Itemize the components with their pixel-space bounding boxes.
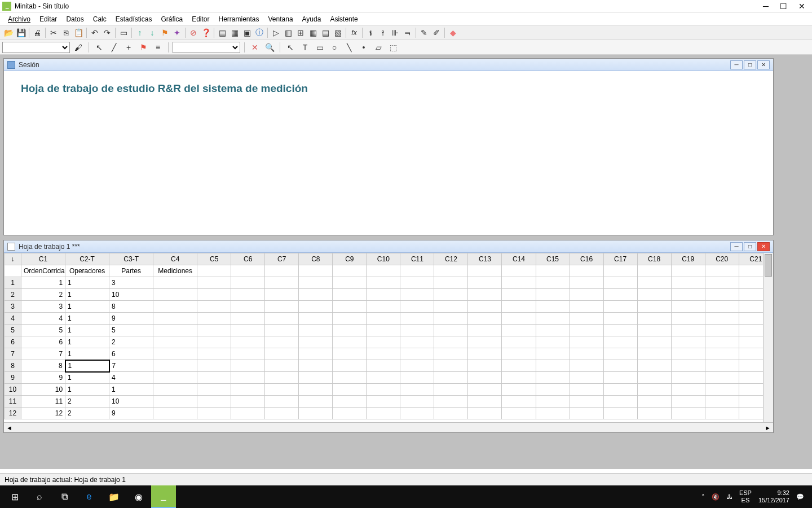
cell[interactable] bbox=[637, 372, 671, 384]
cell[interactable]: 1 bbox=[65, 360, 109, 372]
cell[interactable] bbox=[603, 277, 637, 289]
cell[interactable] bbox=[637, 289, 671, 301]
chart3-icon[interactable]: ⊪ bbox=[389, 27, 401, 39]
worksheet-window-icon[interactable]: ▦ bbox=[228, 27, 241, 39]
cell[interactable] bbox=[333, 408, 367, 419]
cell[interactable]: 10 bbox=[21, 384, 65, 396]
cell[interactable] bbox=[570, 313, 603, 325]
cell[interactable]: 8 bbox=[21, 360, 65, 372]
cell[interactable] bbox=[434, 313, 468, 325]
more-icon[interactable]: ≡ bbox=[152, 41, 164, 54]
eraser-icon[interactable]: ◆ bbox=[447, 27, 459, 39]
cell[interactable] bbox=[434, 325, 468, 336]
close-button[interactable]: ✕ bbox=[798, 2, 805, 11]
cell[interactable]: 2 bbox=[21, 289, 65, 301]
cell[interactable] bbox=[468, 408, 502, 419]
cell[interactable]: 9 bbox=[109, 408, 153, 419]
cell[interactable] bbox=[197, 277, 231, 289]
cell[interactable] bbox=[502, 372, 536, 384]
help-icon[interactable]: ❓ bbox=[200, 27, 212, 39]
tray-notifications-icon[interactable]: 💬 bbox=[796, 493, 804, 501]
cell[interactable] bbox=[153, 289, 197, 301]
cell[interactable] bbox=[468, 313, 502, 325]
cell[interactable] bbox=[400, 384, 434, 396]
cell[interactable] bbox=[671, 396, 705, 408]
chart4-icon[interactable]: ⫬ bbox=[401, 27, 414, 39]
cell[interactable] bbox=[265, 396, 299, 408]
cell[interactable] bbox=[671, 325, 705, 336]
cell[interactable] bbox=[265, 384, 299, 396]
column-name[interactable] bbox=[434, 265, 468, 277]
cell[interactable]: 1 bbox=[21, 277, 65, 289]
cell[interactable] bbox=[367, 289, 400, 301]
cell[interactable] bbox=[536, 313, 570, 325]
column-name[interactable] bbox=[400, 265, 434, 277]
column-header[interactable]: C8 bbox=[299, 253, 333, 265]
cell[interactable] bbox=[502, 396, 536, 408]
session-maximize[interactable]: □ bbox=[744, 60, 756, 69]
column-header[interactable]: C6 bbox=[231, 253, 265, 265]
cell[interactable]: 6 bbox=[21, 336, 65, 348]
column-name[interactable] bbox=[603, 265, 637, 277]
menu-herramientas[interactable]: Herramientas bbox=[214, 14, 264, 24]
cell[interactable] bbox=[671, 277, 705, 289]
cell[interactable] bbox=[231, 336, 265, 348]
column-name[interactable]: Mediciones bbox=[153, 265, 197, 277]
cell[interactable] bbox=[671, 360, 705, 372]
cell[interactable] bbox=[333, 372, 367, 384]
cell[interactable]: 1 bbox=[65, 325, 109, 336]
column-header[interactable]: C13 bbox=[468, 253, 502, 265]
cell[interactable] bbox=[265, 408, 299, 419]
cell[interactable]: 1 bbox=[65, 289, 109, 301]
cell[interactable] bbox=[434, 301, 468, 313]
maximize-button[interactable]: ☐ bbox=[780, 2, 787, 11]
cell[interactable] bbox=[367, 348, 400, 360]
cell[interactable] bbox=[400, 277, 434, 289]
cell[interactable] bbox=[671, 408, 705, 419]
cell[interactable] bbox=[536, 277, 570, 289]
session-window-icon[interactable]: ▤ bbox=[216, 27, 228, 39]
delete-icon[interactable]: ✕ bbox=[249, 41, 261, 54]
paste-icon[interactable]: 📋 bbox=[72, 27, 85, 39]
cell[interactable] bbox=[265, 348, 299, 360]
cell[interactable] bbox=[671, 289, 705, 301]
cell[interactable] bbox=[536, 301, 570, 313]
column-header[interactable]: C20 bbox=[705, 253, 739, 265]
cell[interactable] bbox=[434, 372, 468, 384]
cell[interactable]: 4 bbox=[109, 372, 153, 384]
cell[interactable] bbox=[299, 277, 333, 289]
cell[interactable] bbox=[637, 277, 671, 289]
region-tool-icon[interactable]: ⬚ bbox=[387, 41, 399, 54]
cell[interactable]: 2 bbox=[65, 408, 109, 419]
menu-datos[interactable]: Datos bbox=[61, 14, 88, 24]
cell[interactable] bbox=[603, 360, 637, 372]
cell[interactable] bbox=[333, 360, 367, 372]
cell[interactable]: 5 bbox=[21, 325, 65, 336]
cell[interactable]: 5 bbox=[109, 325, 153, 336]
column-header[interactable]: C9 bbox=[333, 253, 367, 265]
column-header[interactable]: C16 bbox=[570, 253, 603, 265]
cell[interactable] bbox=[468, 325, 502, 336]
cell[interactable] bbox=[153, 384, 197, 396]
cell[interactable] bbox=[197, 396, 231, 408]
cell[interactable] bbox=[197, 348, 231, 360]
cell[interactable] bbox=[502, 348, 536, 360]
cell[interactable] bbox=[468, 396, 502, 408]
row-header[interactable]: 2 bbox=[5, 289, 21, 301]
tray-volume-icon[interactable]: 🔇 bbox=[712, 493, 720, 501]
column-name[interactable] bbox=[333, 265, 367, 277]
column-name[interactable] bbox=[299, 265, 333, 277]
column-name[interactable] bbox=[705, 265, 739, 277]
cell[interactable] bbox=[265, 372, 299, 384]
cell[interactable] bbox=[671, 301, 705, 313]
cell[interactable]: 10 bbox=[109, 289, 153, 301]
cell[interactable] bbox=[367, 313, 400, 325]
tray-chevron-icon[interactable]: ˄ bbox=[701, 493, 705, 501]
cell[interactable] bbox=[197, 313, 231, 325]
cell[interactable]: 9 bbox=[109, 313, 153, 325]
cell[interactable]: 1 bbox=[65, 301, 109, 313]
cell[interactable] bbox=[231, 313, 265, 325]
cell[interactable]: 2 bbox=[65, 396, 109, 408]
column-header[interactable]: C4 bbox=[153, 253, 197, 265]
cell[interactable] bbox=[637, 301, 671, 313]
